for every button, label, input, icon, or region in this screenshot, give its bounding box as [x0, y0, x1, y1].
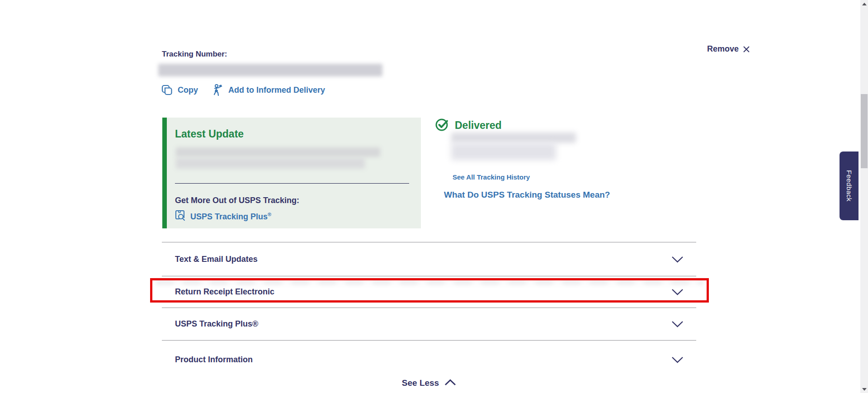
accordion-label: Return Receipt Electronic — [175, 287, 274, 297]
scroll-up-icon[interactable] — [860, 0, 868, 8]
see-less-wrap: See Less — [162, 378, 696, 388]
tracking-number-label: Tracking Number: — [162, 50, 227, 59]
see-less-button[interactable]: See Less — [402, 378, 456, 388]
check-circle-icon — [435, 118, 449, 133]
feedback-label: Feedback — [845, 170, 853, 202]
accordion-label: USPS Tracking Plus® — [175, 319, 258, 329]
chevron-down-icon — [671, 256, 684, 263]
add-to-informed-delivery-link[interactable]: Add to Informed Delivery — [212, 84, 325, 96]
chevron-down-icon — [671, 356, 684, 363]
informed-delivery-carrier-icon — [212, 84, 223, 96]
copy-button[interactable]: Copy — [161, 85, 198, 96]
accordion-label: Product Information — [175, 355, 253, 365]
scroll-down-icon[interactable] — [860, 385, 868, 393]
accordion-label: Text & Email Updates — [175, 255, 258, 264]
copy-icon — [161, 85, 173, 96]
tracking-promo-heading: Get More Out of USPS Tracking: — [175, 196, 299, 205]
latest-update-card: Latest Update Get More Out of USPS Track… — [162, 118, 421, 228]
delivery-status: Delivered — [435, 118, 502, 133]
latest-update-divider — [175, 183, 409, 184]
informed-delivery-label: Add to Informed Delivery — [228, 85, 325, 95]
see-all-tracking-history-link[interactable]: See All Tracking History — [453, 173, 530, 181]
delivery-details-redacted — [451, 133, 576, 143]
usps-tracking-plus-link[interactable]: USPS Tracking Plus® — [175, 209, 271, 223]
chevron-up-icon — [444, 378, 456, 388]
usps-tracking-plus-label: USPS Tracking Plus® — [190, 212, 271, 222]
latest-update-redacted-line — [176, 158, 365, 169]
remove-button[interactable]: Remove — [707, 44, 750, 54]
usps-tracking-result-page: Remove Tracking Number: Copy — [0, 0, 868, 393]
remove-label: Remove — [707, 44, 739, 54]
feedback-tab[interactable]: Feedback — [840, 152, 859, 220]
tracking-actions: Copy Add to Informed Delivery — [161, 84, 325, 96]
accordion-row-product-information[interactable]: Product Information — [162, 340, 696, 379]
delivery-details-redacted — [451, 143, 556, 160]
scrollbar-thumb[interactable] — [861, 94, 868, 168]
see-less-label: See Less — [402, 378, 439, 388]
accordion-row-text-email-updates[interactable]: Text & Email Updates — [162, 242, 696, 276]
latest-update-redacted-line — [176, 147, 380, 157]
latest-update-accent-bar — [162, 118, 167, 228]
tracking-number-redacted — [158, 64, 382, 76]
delivery-status-title: Delivered — [455, 119, 502, 132]
scrollbar[interactable] — [860, 0, 868, 393]
accordion-row-usps-tracking-plus[interactable]: USPS Tracking Plus® — [162, 308, 696, 340]
latest-update-title: Latest Update — [175, 128, 244, 140]
tracking-statuses-meaning-link[interactable]: What Do USPS Tracking Statuses Mean? — [444, 190, 610, 200]
chevron-down-icon — [671, 321, 684, 327]
accordion-row-return-receipt-electronic[interactable]: Return Receipt Electronic — [162, 276, 696, 308]
package-search-icon — [175, 209, 186, 223]
tracking-options-accordion: Text & Email Updates Return Receipt Elec… — [162, 242, 696, 379]
chevron-down-icon — [671, 289, 684, 295]
close-icon — [743, 46, 750, 53]
copy-label: Copy — [178, 85, 198, 95]
